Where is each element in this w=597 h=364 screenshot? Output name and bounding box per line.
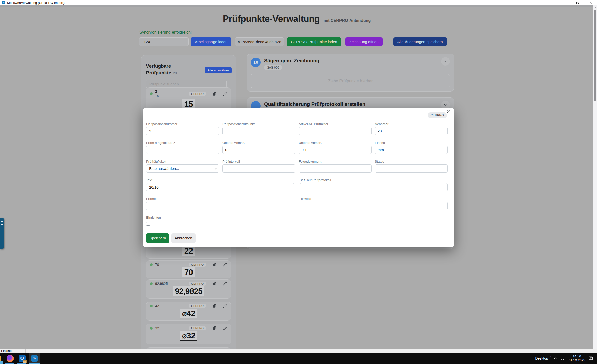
toolbar-overflow-chevrons[interactable]: » — [550, 355, 551, 358]
system-tray: Desktop » 14:56 01.10.2025 — [531, 353, 597, 364]
step-title: Sägen gem. Zeichnung — [264, 58, 319, 64]
nennmass-input[interactable] — [375, 127, 448, 135]
close-icon[interactable] — [446, 109, 451, 115]
load-cerpro-button[interactable]: CERPRO-Prüfpunkte laden — [287, 37, 341, 46]
cancel-button[interactable]: Abbrechen — [171, 233, 196, 243]
status-input[interactable] — [375, 164, 448, 173]
network-icon[interactable] — [561, 356, 566, 361]
hinweis-input[interactable] — [300, 202, 448, 210]
status-dot — [150, 282, 153, 285]
app-icon: » — [2, 1, 5, 4]
edit-icon[interactable] — [223, 326, 227, 330]
field-label: Prüfposition/Prüfpunkt — [222, 122, 295, 126]
top-divider — [0, 5, 593, 7]
list-item[interactable]: 70 CERPRO 70 — [146, 260, 231, 278]
oberes-abmass-input[interactable] — [222, 146, 295, 154]
pruefhaeufigkeit-select[interactable]: Bitte auswählen... — [146, 164, 219, 173]
bez-pruefprotokoll-input[interactable] — [300, 183, 448, 191]
field-label: Einheit — [375, 141, 448, 145]
scrollbar-thumb[interactable] — [594, 10, 596, 101]
order-number-input[interactable] — [139, 37, 189, 46]
artikelnr-pruefmittel-input[interactable] — [299, 127, 372, 135]
pruefpositionsnummer-input[interactable] — [146, 127, 219, 135]
envelope-icon — [23, 360, 27, 363]
checkpoint-dropzone[interactable]: Ziehe Prüfpunkte hierher — [251, 74, 450, 88]
pruefintervall-input[interactable] — [222, 164, 295, 173]
nominal-value: 70 — [182, 267, 195, 277]
app-taskbar-icon: » — [31, 355, 38, 362]
select-all-button[interactable]: Alle auswählen — [205, 67, 232, 73]
cutoff-app-icon[interactable] — [0, 356, 1, 361]
copy-icon[interactable] — [212, 326, 217, 330]
step-number-badge: 10 — [251, 58, 261, 67]
list-item[interactable]: 42 CERPRO ⌀42 — [146, 302, 231, 321]
formel-input[interactable] — [146, 202, 294, 210]
guid-input[interactable] — [235, 37, 284, 46]
save-button[interactable]: Speichern — [146, 233, 169, 243]
cerpro-badge: CERPRO — [189, 282, 206, 286]
save-all-button[interactable]: Alle Änderungen speichern — [393, 37, 447, 46]
edit-icon[interactable] — [223, 262, 227, 267]
toolbar: Arbeitsgänge laden CERPRO-Prüfpunkte lad… — [139, 37, 447, 46]
scroll-up-arrow[interactable] — [594, 7, 596, 8]
window-titlebar: » Messwertverwaltung (CERPRO Import) — [0, 0, 597, 5]
pruefposition-input[interactable] — [222, 127, 295, 135]
step-title: Qualitätssicherung Prüfprotokoll erstell… — [264, 101, 365, 107]
item-count: 28 — [173, 71, 177, 75]
edit-icon[interactable] — [223, 92, 227, 96]
cerpro-badge: CERPRO — [189, 92, 206, 96]
einheit-input[interactable] — [375, 146, 448, 154]
desktop-toolbar[interactable]: Desktop — [535, 356, 548, 360]
restore-button[interactable] — [575, 1, 580, 5]
toolbar-gripper[interactable] — [531, 357, 532, 360]
status-dot — [150, 327, 153, 330]
nominal-value: ⌀42 — [180, 309, 197, 318]
sidebar-title: Verfügbare Prüfpunkte28 — [146, 63, 200, 76]
folgedokument-input[interactable] — [299, 164, 372, 173]
active-app-taskbar-button[interactable]: » — [29, 353, 40, 364]
status-dot — [150, 305, 153, 307]
edit-icon[interactable] — [223, 281, 227, 286]
field-label: Prüfintervall — [222, 160, 295, 163]
status-dot — [150, 92, 153, 95]
workflow-step-saegen: 10 Sägen gem. Zeichnung SAG-005 Ziehe Pr… — [247, 54, 454, 92]
page-header: Prüfpunkte-Verwaltung mit CERPRO-Anbindu… — [0, 14, 593, 24]
sync-status-message: Synchronisierung erfolgreich! — [139, 30, 192, 35]
list-item[interactable]: 32 CERPRO ⌀32 — [146, 324, 231, 344]
field-label: Formel — [146, 197, 294, 201]
cerpro-source-badge: CERPRO — [428, 112, 447, 118]
side-flyout-handle[interactable] — [0, 218, 4, 249]
firefox-icon[interactable] — [6, 354, 14, 362]
copy-icon[interactable] — [212, 304, 217, 308]
vertical-scrollbar[interactable] — [593, 5, 597, 349]
field-label: Nennmaß — [375, 122, 448, 126]
page-subtitle: mit CERPRO-Anbindung — [324, 18, 371, 23]
close-button[interactable] — [588, 1, 593, 5]
load-operations-button[interactable]: Arbeitsgänge laden — [191, 37, 231, 46]
hidden-icons-chevron[interactable] — [553, 357, 557, 360]
collapse-step-button[interactable] — [441, 57, 450, 66]
copy-icon[interactable] — [212, 262, 217, 267]
cerpro-badge: CERPRO — [189, 326, 206, 330]
taskbar: O » Desktop » 14:56 01.10.2025 — [0, 353, 597, 364]
einrichten-checkbox[interactable] — [146, 222, 150, 226]
edit-icon[interactable] — [223, 304, 227, 308]
field-label: Form-/Lagetoleranz — [146, 141, 219, 145]
list-item[interactable]: 92.9825 CERPRO 92,9825 — [146, 279, 231, 299]
text-input[interactable] — [146, 183, 294, 191]
minimize-button[interactable] — [562, 1, 567, 5]
outlook-icon[interactable]: O — [18, 354, 26, 362]
action-center-icon[interactable] — [588, 356, 593, 361]
status-bar: Finished — [0, 349, 597, 353]
unteres-abmass-input[interactable] — [299, 146, 372, 154]
copy-icon[interactable] — [212, 92, 217, 96]
open-drawing-button[interactable]: Zeichnung öffnen — [345, 37, 383, 46]
nominal-value: 92,9825 — [173, 286, 204, 296]
copy-icon[interactable] — [212, 281, 217, 286]
chevron-down-icon — [443, 59, 447, 63]
search-input[interactable] — [146, 80, 227, 88]
clock[interactable]: 14:56 01.10.2025 — [569, 354, 585, 362]
field-label: Unteres Abmaß — [299, 141, 372, 145]
form-lagetoleranz-input[interactable] — [146, 146, 219, 154]
field-label: Prüfhäufigkeit — [146, 160, 219, 163]
